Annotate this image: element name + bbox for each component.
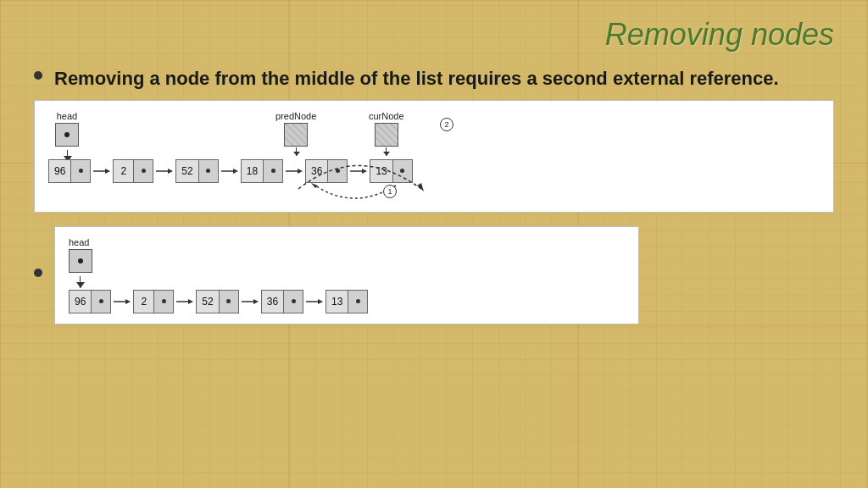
arrow-2 [156, 166, 173, 176]
head-box-1 [55, 123, 79, 147]
node2-ptr-36 [284, 291, 303, 313]
bullet-1-section: Removing a node from the middle of the l… [34, 66, 834, 92]
circle-1: 1 [383, 185, 397, 198]
arrow-3 [221, 166, 238, 176]
linked-list-row-1: 96 2 52 [48, 159, 820, 183]
svg-marker-15 [188, 299, 193, 304]
bullet-2-section: head 96 [34, 226, 834, 324]
svg-marker-19 [318, 299, 323, 304]
node2-val-96: 96 [70, 291, 92, 313]
node-val-52: 52 [176, 160, 198, 182]
cur-node-box [375, 123, 398, 147]
node-val-96: 96 [49, 160, 71, 182]
arrow-1 [93, 166, 110, 176]
node2-13: 13 [326, 290, 368, 313]
linked-list-row-2: 96 2 52 [69, 290, 625, 313]
node-val-2: 2 [114, 160, 134, 182]
node2-ptr-52 [220, 291, 238, 313]
node2-52: 52 [196, 290, 238, 313]
node2-ptr-96 [92, 291, 110, 313]
node-96: 96 [48, 159, 91, 183]
node2-val-13: 13 [326, 291, 348, 313]
node2-36: 36 [261, 290, 303, 313]
pred-node-label: predNode [275, 111, 316, 121]
node2-val-2: 2 [134, 291, 154, 313]
node-val-18: 18 [242, 160, 264, 182]
arrow2-4 [306, 297, 323, 307]
circle-2: 2 [440, 118, 453, 131]
svg-marker-1 [105, 169, 110, 174]
node2-val-36: 36 [262, 291, 284, 313]
node2-ptr-13 [348, 291, 367, 313]
arrow2-1 [114, 297, 131, 307]
node2-2: 2 [133, 290, 174, 313]
node-ptr-96 [71, 160, 90, 182]
head-label-1: head [57, 111, 77, 121]
svg-marker-3 [168, 169, 173, 174]
svg-marker-13 [125, 299, 131, 304]
node-ptr-2 [134, 160, 153, 182]
node-2: 2 [113, 159, 153, 183]
node-ptr-18 [264, 160, 282, 182]
diagram-2: head 96 [54, 226, 639, 324]
bullet-dot-2 [34, 269, 42, 277]
svg-marker-7 [311, 183, 318, 188]
svg-marker-17 [253, 299, 259, 304]
head-down-arrow-2 [80, 276, 81, 288]
head-label-2: head [69, 237, 89, 247]
node-52: 52 [175, 159, 218, 183]
bullet-dot-1 [34, 71, 42, 80]
bullet-1-text: Removing a node from the middle of the l… [54, 66, 834, 92]
slide-title: Removing nodes [34, 17, 834, 53]
head-box-2 [69, 249, 92, 273]
node2-ptr-2 [154, 291, 173, 313]
node-ptr-52 [199, 160, 218, 182]
svg-marker-5 [233, 169, 238, 174]
node2-val-52: 52 [197, 291, 219, 313]
pred-node-box [284, 123, 308, 147]
node2-96: 96 [69, 290, 111, 313]
diagram-1: head predNode curNode [34, 100, 834, 213]
cur-node-label: curNode [369, 111, 404, 121]
node-18: 18 [241, 159, 283, 183]
arrow2-3 [242, 297, 259, 307]
arrow2-2 [176, 297, 193, 307]
